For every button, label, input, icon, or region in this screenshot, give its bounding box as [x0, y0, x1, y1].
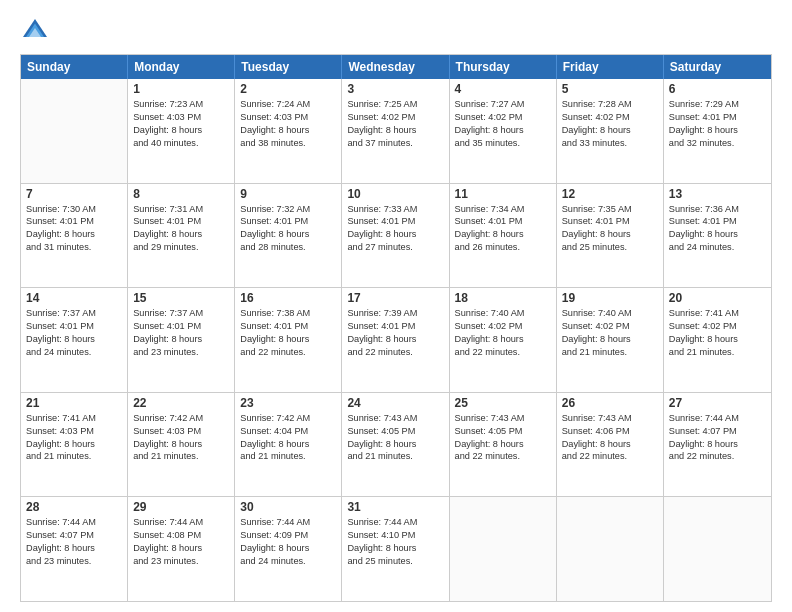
calendar-body: 1Sunrise: 7:23 AMSunset: 4:03 PMDaylight… — [21, 79, 771, 601]
day-number: 28 — [26, 500, 122, 514]
day-number: 19 — [562, 291, 658, 305]
day-cell: 22Sunrise: 7:42 AMSunset: 4:03 PMDayligh… — [128, 393, 235, 497]
day-info: Sunrise: 7:43 AMSunset: 4:05 PMDaylight:… — [455, 412, 551, 464]
day-cell: 17Sunrise: 7:39 AMSunset: 4:01 PMDayligh… — [342, 288, 449, 392]
header-cell-monday: Monday — [128, 55, 235, 79]
header-cell-tuesday: Tuesday — [235, 55, 342, 79]
calendar: SundayMondayTuesdayWednesdayThursdayFrid… — [20, 54, 772, 602]
week-row-5: 28Sunrise: 7:44 AMSunset: 4:07 PMDayligh… — [21, 497, 771, 601]
calendar-header: SundayMondayTuesdayWednesdayThursdayFrid… — [21, 55, 771, 79]
day-cell: 5Sunrise: 7:28 AMSunset: 4:02 PMDaylight… — [557, 79, 664, 183]
day-number: 26 — [562, 396, 658, 410]
day-info: Sunrise: 7:29 AMSunset: 4:01 PMDaylight:… — [669, 98, 766, 150]
day-cell: 1Sunrise: 7:23 AMSunset: 4:03 PMDaylight… — [128, 79, 235, 183]
day-number: 8 — [133, 187, 229, 201]
header-cell-thursday: Thursday — [450, 55, 557, 79]
day-number: 25 — [455, 396, 551, 410]
day-info: Sunrise: 7:32 AMSunset: 4:01 PMDaylight:… — [240, 203, 336, 255]
day-cell: 24Sunrise: 7:43 AMSunset: 4:05 PMDayligh… — [342, 393, 449, 497]
day-cell — [450, 497, 557, 601]
day-info: Sunrise: 7:43 AMSunset: 4:05 PMDaylight:… — [347, 412, 443, 464]
day-number: 5 — [562, 82, 658, 96]
day-info: Sunrise: 7:30 AMSunset: 4:01 PMDaylight:… — [26, 203, 122, 255]
day-cell: 13Sunrise: 7:36 AMSunset: 4:01 PMDayligh… — [664, 184, 771, 288]
day-number: 16 — [240, 291, 336, 305]
day-cell: 12Sunrise: 7:35 AMSunset: 4:01 PMDayligh… — [557, 184, 664, 288]
day-cell — [21, 79, 128, 183]
day-number: 27 — [669, 396, 766, 410]
day-number: 11 — [455, 187, 551, 201]
day-number: 29 — [133, 500, 229, 514]
day-number: 30 — [240, 500, 336, 514]
day-cell: 30Sunrise: 7:44 AMSunset: 4:09 PMDayligh… — [235, 497, 342, 601]
day-info: Sunrise: 7:40 AMSunset: 4:02 PMDaylight:… — [455, 307, 551, 359]
day-number: 13 — [669, 187, 766, 201]
day-number: 2 — [240, 82, 336, 96]
day-info: Sunrise: 7:44 AMSunset: 4:09 PMDaylight:… — [240, 516, 336, 568]
day-cell: 14Sunrise: 7:37 AMSunset: 4:01 PMDayligh… — [21, 288, 128, 392]
day-cell: 16Sunrise: 7:38 AMSunset: 4:01 PMDayligh… — [235, 288, 342, 392]
day-info: Sunrise: 7:42 AMSunset: 4:04 PMDaylight:… — [240, 412, 336, 464]
day-cell: 20Sunrise: 7:41 AMSunset: 4:02 PMDayligh… — [664, 288, 771, 392]
day-info: Sunrise: 7:44 AMSunset: 4:10 PMDaylight:… — [347, 516, 443, 568]
day-number: 23 — [240, 396, 336, 410]
day-info: Sunrise: 7:34 AMSunset: 4:01 PMDaylight:… — [455, 203, 551, 255]
day-cell: 21Sunrise: 7:41 AMSunset: 4:03 PMDayligh… — [21, 393, 128, 497]
day-cell: 4Sunrise: 7:27 AMSunset: 4:02 PMDaylight… — [450, 79, 557, 183]
day-info: Sunrise: 7:37 AMSunset: 4:01 PMDaylight:… — [133, 307, 229, 359]
header-cell-sunday: Sunday — [21, 55, 128, 79]
header-cell-saturday: Saturday — [664, 55, 771, 79]
day-number: 12 — [562, 187, 658, 201]
day-info: Sunrise: 7:39 AMSunset: 4:01 PMDaylight:… — [347, 307, 443, 359]
week-row-3: 14Sunrise: 7:37 AMSunset: 4:01 PMDayligh… — [21, 288, 771, 393]
day-cell: 8Sunrise: 7:31 AMSunset: 4:01 PMDaylight… — [128, 184, 235, 288]
day-cell: 27Sunrise: 7:44 AMSunset: 4:07 PMDayligh… — [664, 393, 771, 497]
day-info: Sunrise: 7:27 AMSunset: 4:02 PMDaylight:… — [455, 98, 551, 150]
day-cell: 9Sunrise: 7:32 AMSunset: 4:01 PMDaylight… — [235, 184, 342, 288]
day-number: 21 — [26, 396, 122, 410]
day-number: 3 — [347, 82, 443, 96]
day-number: 10 — [347, 187, 443, 201]
day-number: 24 — [347, 396, 443, 410]
day-info: Sunrise: 7:44 AMSunset: 4:08 PMDaylight:… — [133, 516, 229, 568]
day-cell: 18Sunrise: 7:40 AMSunset: 4:02 PMDayligh… — [450, 288, 557, 392]
day-number: 22 — [133, 396, 229, 410]
day-cell — [557, 497, 664, 601]
day-cell: 31Sunrise: 7:44 AMSunset: 4:10 PMDayligh… — [342, 497, 449, 601]
page-header — [20, 16, 772, 46]
day-cell: 23Sunrise: 7:42 AMSunset: 4:04 PMDayligh… — [235, 393, 342, 497]
day-cell: 3Sunrise: 7:25 AMSunset: 4:02 PMDaylight… — [342, 79, 449, 183]
day-info: Sunrise: 7:35 AMSunset: 4:01 PMDaylight:… — [562, 203, 658, 255]
header-cell-wednesday: Wednesday — [342, 55, 449, 79]
day-cell: 7Sunrise: 7:30 AMSunset: 4:01 PMDaylight… — [21, 184, 128, 288]
day-number: 1 — [133, 82, 229, 96]
week-row-4: 21Sunrise: 7:41 AMSunset: 4:03 PMDayligh… — [21, 393, 771, 498]
day-number: 7 — [26, 187, 122, 201]
day-number: 18 — [455, 291, 551, 305]
day-info: Sunrise: 7:41 AMSunset: 4:03 PMDaylight:… — [26, 412, 122, 464]
day-info: Sunrise: 7:33 AMSunset: 4:01 PMDaylight:… — [347, 203, 443, 255]
day-info: Sunrise: 7:41 AMSunset: 4:02 PMDaylight:… — [669, 307, 766, 359]
day-info: Sunrise: 7:40 AMSunset: 4:02 PMDaylight:… — [562, 307, 658, 359]
day-cell: 26Sunrise: 7:43 AMSunset: 4:06 PMDayligh… — [557, 393, 664, 497]
day-info: Sunrise: 7:31 AMSunset: 4:01 PMDaylight:… — [133, 203, 229, 255]
day-cell: 29Sunrise: 7:44 AMSunset: 4:08 PMDayligh… — [128, 497, 235, 601]
day-info: Sunrise: 7:24 AMSunset: 4:03 PMDaylight:… — [240, 98, 336, 150]
day-number: 31 — [347, 500, 443, 514]
week-row-2: 7Sunrise: 7:30 AMSunset: 4:01 PMDaylight… — [21, 184, 771, 289]
day-info: Sunrise: 7:44 AMSunset: 4:07 PMDaylight:… — [26, 516, 122, 568]
day-info: Sunrise: 7:23 AMSunset: 4:03 PMDaylight:… — [133, 98, 229, 150]
day-info: Sunrise: 7:44 AMSunset: 4:07 PMDaylight:… — [669, 412, 766, 464]
day-cell: 11Sunrise: 7:34 AMSunset: 4:01 PMDayligh… — [450, 184, 557, 288]
day-cell: 19Sunrise: 7:40 AMSunset: 4:02 PMDayligh… — [557, 288, 664, 392]
day-info: Sunrise: 7:25 AMSunset: 4:02 PMDaylight:… — [347, 98, 443, 150]
week-row-1: 1Sunrise: 7:23 AMSunset: 4:03 PMDaylight… — [21, 79, 771, 184]
day-number: 4 — [455, 82, 551, 96]
day-cell: 10Sunrise: 7:33 AMSunset: 4:01 PMDayligh… — [342, 184, 449, 288]
day-cell: 28Sunrise: 7:44 AMSunset: 4:07 PMDayligh… — [21, 497, 128, 601]
day-info: Sunrise: 7:42 AMSunset: 4:03 PMDaylight:… — [133, 412, 229, 464]
day-info: Sunrise: 7:37 AMSunset: 4:01 PMDaylight:… — [26, 307, 122, 359]
day-info: Sunrise: 7:36 AMSunset: 4:01 PMDaylight:… — [669, 203, 766, 255]
day-cell: 25Sunrise: 7:43 AMSunset: 4:05 PMDayligh… — [450, 393, 557, 497]
day-cell: 15Sunrise: 7:37 AMSunset: 4:01 PMDayligh… — [128, 288, 235, 392]
